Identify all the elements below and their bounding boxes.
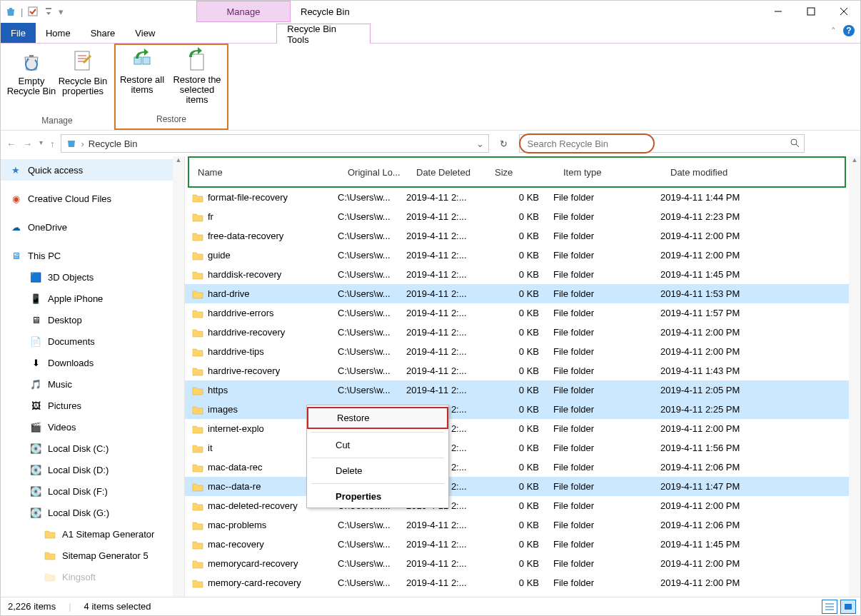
empty-recycle-bin-button[interactable]: Empty Recycle Bin	[6, 46, 56, 96]
sidebar-item-icon: 💽	[29, 506, 42, 519]
table-row[interactable]: imagesC:\Users\w...2019-4-11 2:...0 KBFi…	[185, 400, 849, 419]
sidebar-item[interactable]: A1 Sitemap Generator	[1, 523, 184, 545]
qat-checkbox-icon[interactable]	[27, 6, 39, 17]
sidebar-item[interactable]: 📱Apple iPhone	[1, 288, 184, 309]
sidebar-quick-access[interactable]: ★Quick access	[1, 159, 184, 181]
sidebar-item[interactable]: 💽Local Disk (D:)	[1, 459, 184, 480]
recycle-bin-properties-button[interactable]: Recycle Bin properties	[58, 46, 108, 96]
sidebar-item[interactable]: 🖥Desktop	[1, 309, 184, 330]
tab-home[interactable]: Home	[36, 23, 81, 43]
refresh-button[interactable]: ↻	[495, 134, 513, 153]
window-title: Recycle Bin	[301, 1, 350, 22]
nav-recent-dropdown[interactable]: ▾	[39, 138, 43, 149]
folder-icon	[191, 231, 205, 241]
ribbon-collapse-icon[interactable]: ˄	[831, 26, 836, 36]
table-row[interactable]: harddisk-recoveryC:\Users\w...2019-4-11 …	[185, 265, 849, 284]
folder-icon	[191, 501, 205, 511]
breadcrumb[interactable]: › Recycle Bin ⌄	[61, 134, 489, 153]
sidebar-item-label: Local Disk (C:)	[48, 443, 109, 454]
breadcrumb-text: Recycle Bin	[89, 138, 138, 149]
column-headers: Name Original Lo... Date Deleted Size It…	[188, 156, 846, 188]
col-header-size[interactable]: Size	[489, 158, 558, 186]
sidebar-creative-cloud[interactable]: ◉Creative Cloud Files	[1, 188, 184, 209]
context-menu-cut[interactable]: Cut	[307, 435, 448, 455]
sidebar-item[interactable]: 💽Local Disk (F:)	[1, 480, 184, 502]
table-row[interactable]: httpsC:\Users\w...2019-4-11 2:...0 KBFil…	[185, 380, 849, 400]
nav-forward-button[interactable]: →	[23, 138, 32, 149]
col-header-original-location[interactable]: Original Lo...	[342, 158, 411, 186]
table-row[interactable]: internet-explo2019-4-11 2:...0 KBFile fo…	[185, 419, 849, 438]
nav-up-button[interactable]: ↑	[50, 138, 55, 149]
sidebar-item[interactable]: Kingsoft	[1, 566, 184, 587]
tab-view[interactable]: View	[125, 23, 165, 43]
col-header-name[interactable]: Name	[192, 158, 342, 186]
search-input[interactable]: Search Recycle Bin	[519, 133, 655, 153]
view-large-icons-button[interactable]	[840, 600, 856, 614]
cell-name: hardrive-recovery	[205, 365, 338, 376]
col-header-date-modified[interactable]: Date modified	[665, 158, 845, 186]
table-row[interactable]: mac--data-re2019-4-11 2:...0 KBFile fold…	[185, 477, 849, 496]
sidebar-item[interactable]: Sitemap Generator 5	[1, 545, 184, 566]
sidebar-item[interactable]: 💽Local Disk (C:)	[1, 438, 184, 459]
sidebar-item[interactable]: ⬇Downloads	[1, 352, 184, 373]
sidebar-item[interactable]: 🎬Videos	[1, 416, 184, 438]
table-row[interactable]: free-data-recoveryC:\Users\w...2019-4-11…	[185, 226, 849, 246]
sidebar-scrollbar[interactable]: ▲	[173, 156, 184, 597]
help-icon[interactable]: ?	[843, 25, 855, 36]
restore-all-items-button[interactable]: Restore all items	[117, 45, 167, 95]
sidebar-onedrive[interactable]: ☁OneDrive	[1, 216, 184, 238]
context-tab-manage[interactable]: Manage	[196, 1, 291, 22]
table-row[interactable]: mac-problemsC:\Users\w...2019-4-11 2:...…	[185, 515, 849, 535]
table-row[interactable]: mac-deleted-recoveryC:\Users\w...2019-4-…	[185, 496, 849, 515]
table-row[interactable]: it2019-4-11 2:...0 KBFile folder2019-4-1…	[185, 438, 849, 458]
table-row[interactable]: harddrive-recoveryC:\Users\w...2019-4-11…	[185, 323, 849, 342]
table-row[interactable]: mac-data-rec2019-4-11 2:...0 KBFile fold…	[185, 458, 849, 477]
table-row[interactable]: harddrive-errorsC:\Users\w...2019-4-11 2…	[185, 303, 849, 323]
table-row[interactable]: format-file-recoveryC:\Users\w...2019-4-…	[185, 188, 849, 207]
tab-share[interactable]: Share	[81, 23, 126, 43]
col-header-item-type[interactable]: Item type	[558, 158, 665, 186]
search-box[interactable]: Search Recycle Bin	[519, 134, 805, 153]
tab-recycle-bin-tools[interactable]: Recycle Bin Tools	[276, 24, 371, 44]
sidebar-item-label: A1 Sitemap Generator	[62, 529, 154, 540]
breadcrumb-dropdown-icon[interactable]: ⌄	[476, 138, 484, 149]
table-row[interactable]: mac-recoveryC:\Users\w...2019-4-11 2:...…	[185, 535, 849, 554]
restore-selected-items-button[interactable]: Restore the selected items	[168, 45, 226, 105]
cell-name: guide	[205, 250, 338, 261]
qat-dropdown-icon[interactable]	[43, 6, 54, 17]
table-row[interactable]: hardrive-recoveryC:\Users\w...2019-4-11 …	[185, 361, 849, 380]
search-icon[interactable]	[790, 138, 800, 150]
table-row[interactable]: frC:\Users\w...2019-4-11 2:...0 KBFile f…	[185, 207, 849, 226]
table-row[interactable]: hard-driveC:\Users\w...2019-4-11 2:...0 …	[185, 284, 849, 303]
sidebar-item[interactable]: 🎵Music	[1, 373, 184, 395]
folder-icon	[44, 549, 56, 562]
minimize-button[interactable]	[762, 1, 795, 22]
table-row[interactable]: guideC:\Users\w...2019-4-11 2:...0 KBFil…	[185, 246, 849, 265]
tab-file[interactable]: File	[1, 23, 36, 43]
col-header-date-deleted[interactable]: Date Deleted	[411, 158, 489, 186]
maximize-button[interactable]	[795, 1, 827, 22]
sidebar-item[interactable]: 🖼Pictures	[1, 395, 184, 416]
cell-item-type: File folder	[553, 385, 660, 395]
table-row[interactable]: harddrive-tipsC:\Users\w...2019-4-11 2:.…	[185, 342, 849, 361]
cell-date-modified: 2019-4-11 2:06 PM	[660, 462, 849, 473]
context-menu-properties[interactable]: Properties	[307, 487, 448, 506]
view-details-button[interactable]	[822, 600, 837, 614]
empty-rb-label: Empty Recycle Bin	[6, 76, 56, 96]
sidebar-item[interactable]: 🟦3D Objects	[1, 266, 184, 288]
list-scrollbar[interactable]: ▲	[849, 156, 860, 597]
nav-back-button[interactable]: ←	[6, 138, 16, 149]
sidebar-item[interactable]: 📄Documents	[1, 330, 184, 352]
sidebar-item[interactable]: 💽Local Disk (G:)	[1, 502, 184, 523]
context-menu-delete[interactable]: Delete	[307, 461, 448, 480]
cell-date-deleted: 2019-4-11 2:...	[406, 250, 485, 261]
table-row[interactable]: memory-card-recoveryC:\Users\w...2019-4-…	[185, 573, 849, 592]
cell-original-location: C:\Users\w...	[338, 327, 406, 338]
close-button[interactable]	[827, 1, 860, 22]
context-menu-restore[interactable]: Restore	[307, 407, 448, 429]
folder-icon	[191, 366, 205, 376]
cell-original-location: C:\Users\w...	[338, 192, 406, 203]
cell-item-type: File folder	[553, 308, 660, 318]
sidebar-this-pc[interactable]: 🖥This PC	[1, 245, 184, 266]
table-row[interactable]: memorycard-recoveryC:\Users\w...2019-4-1…	[185, 554, 849, 573]
